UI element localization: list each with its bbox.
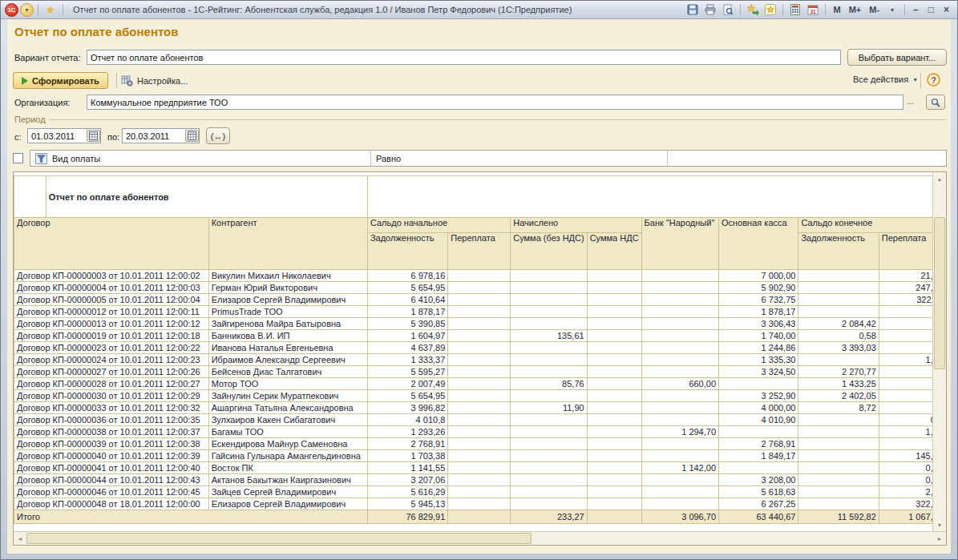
cell[interactable] — [587, 474, 641, 486]
cell[interactable] — [511, 498, 587, 510]
cell[interactable]: PrimusTrade ТОО — [208, 306, 367, 318]
cell[interactable] — [641, 354, 718, 366]
cell[interactable]: 3 207,06 — [367, 474, 447, 486]
col-header-kassa[interactable]: Основная касса — [719, 218, 798, 270]
minimize-button[interactable]: – — [909, 4, 923, 15]
cell[interactable]: Договор КП-00000003 от 10.01.2011 12:00:… — [14, 270, 209, 282]
period-from-calendar-button[interactable] — [87, 130, 100, 142]
cell[interactable] — [448, 462, 511, 474]
cell[interactable] — [798, 474, 879, 486]
cell[interactable] — [448, 414, 511, 426]
cell[interactable] — [798, 462, 879, 474]
cell[interactable] — [448, 378, 511, 390]
generate-button[interactable]: Сформировать — [13, 72, 108, 89]
cell[interactable]: Договор КП-00000033 от 10.01.2011 12:00:… — [14, 402, 209, 414]
col-header-saldo-end[interactable]: Сальдо конечное — [798, 218, 946, 233]
cell[interactable] — [511, 306, 587, 318]
empty-cell[interactable] — [367, 176, 945, 218]
cell[interactable]: Герман Юрий Викторович — [208, 282, 367, 294]
cell[interactable] — [587, 366, 641, 378]
cell[interactable] — [641, 330, 718, 342]
col-header-debt-end[interactable]: Задолженность — [798, 233, 879, 270]
cell[interactable]: 2 768,91 — [719, 438, 798, 450]
cell[interactable] — [641, 414, 718, 426]
cell[interactable]: 1 244,86 — [719, 342, 798, 354]
cell[interactable]: 3 324,50 — [719, 366, 798, 378]
cell[interactable] — [641, 282, 718, 294]
cell[interactable]: Зайцев Сергей Владимирович — [208, 486, 367, 498]
cell[interactable] — [511, 450, 587, 462]
col-header-bank[interactable]: Банк "Народный" — [641, 218, 718, 270]
calendar-button[interactable]: 31 — [805, 2, 821, 17]
cell[interactable]: 5 595,27 — [367, 366, 447, 378]
cell[interactable] — [798, 354, 879, 366]
cell[interactable]: Договор КП-00000027 от 10.01.2011 12:00:… — [14, 366, 209, 378]
cell[interactable]: 1 604,97 — [367, 330, 447, 342]
cell[interactable]: Договор КП-00000044 от 10.01.2011 12:00:… — [14, 474, 209, 486]
total-cell[interactable] — [448, 510, 511, 524]
cell[interactable] — [587, 270, 641, 282]
cell[interactable] — [587, 354, 641, 366]
choose-ellipsis-button[interactable]: ... — [907, 96, 914, 106]
cell[interactable] — [798, 414, 879, 426]
cell[interactable]: Договор КП-00000004 от 10.01.2011 12:00:… — [14, 282, 209, 294]
cell[interactable]: Зайгиренова Майра Батыровна — [208, 318, 367, 330]
total-cell[interactable]: 233,27 — [511, 510, 587, 524]
cell[interactable]: 2 768,91 — [367, 438, 447, 450]
cell[interactable] — [448, 390, 511, 402]
cell[interactable]: 1 878,17 — [719, 306, 798, 318]
cell[interactable] — [798, 438, 879, 450]
maximize-button[interactable]: □ — [924, 4, 938, 15]
cell[interactable]: Бейсенов Диас Талгатович — [208, 366, 367, 378]
help-button[interactable]: ? — [927, 73, 940, 87]
cell[interactable]: 2 084,42 — [798, 318, 879, 330]
cell[interactable]: 5 618,63 — [719, 486, 798, 498]
cell[interactable] — [448, 486, 511, 498]
memory-m-button[interactable]: M — [830, 5, 843, 14]
cell[interactable]: 0,58 — [798, 330, 879, 342]
cell[interactable] — [511, 270, 587, 282]
cell[interactable] — [511, 414, 587, 426]
col-header-dogovor[interactable]: Договор — [14, 218, 209, 270]
cell[interactable]: Договор КП-00000041 от 10.01.2011 12:00:… — [14, 462, 209, 474]
cell[interactable]: 135,61 — [511, 330, 587, 342]
cell[interactable]: 5 390,85 — [367, 318, 447, 330]
cell[interactable]: 6 267,25 — [719, 498, 798, 510]
cell[interactable]: Мотор ТОО — [208, 378, 367, 390]
cell[interactable] — [587, 342, 641, 354]
cell[interactable]: Договор КП-00000040 от 10.01.2011 12:00:… — [14, 450, 209, 462]
cell[interactable] — [587, 438, 641, 450]
cell[interactable] — [448, 402, 511, 414]
cell[interactable]: 11,90 — [511, 402, 587, 414]
close-button[interactable]: × — [940, 4, 953, 15]
print-button[interactable] — [702, 2, 718, 17]
choose-period-button[interactable]: (↔) — [206, 127, 230, 144]
cell[interactable] — [511, 438, 587, 450]
cell[interactable] — [448, 318, 511, 330]
cell[interactable]: Гайсина Гульнара Амангельдиновна — [208, 450, 367, 462]
scroll-left-button[interactable]: ◄ — [14, 532, 26, 545]
vertical-scroll-thumb[interactable] — [934, 217, 945, 369]
cell[interactable]: 5 654,95 — [367, 390, 447, 402]
total-cell[interactable]: 3 096,70 — [641, 510, 718, 524]
cell[interactable]: Елизаров Сергей Владимирович — [208, 294, 367, 306]
toolbar-more-button[interactable]: ▼ — [884, 2, 900, 17]
save-button[interactable] — [685, 2, 701, 17]
cell[interactable] — [511, 294, 587, 306]
cell[interactable]: Договор КП-00000019 от 10.01.2011 12:00:… — [14, 330, 209, 342]
cell[interactable] — [641, 438, 718, 450]
spacer-cell[interactable] — [14, 176, 46, 218]
cell[interactable]: 1 703,38 — [367, 450, 447, 462]
scroll-down-button[interactable]: ▼ — [933, 518, 946, 531]
cell[interactable]: 3 996,82 — [367, 402, 447, 414]
cell[interactable] — [587, 294, 641, 306]
col-header-sum-no-vat[interactable]: Сумма (без НДС) — [511, 233, 587, 270]
filter-checkbox[interactable] — [13, 153, 23, 163]
cell[interactable] — [798, 498, 879, 510]
cell[interactable]: 1 141,55 — [367, 462, 447, 474]
cell[interactable] — [641, 450, 718, 462]
cell[interactable]: 5 616,29 — [367, 486, 447, 498]
cell[interactable]: 6 410,64 — [367, 294, 447, 306]
cell[interactable]: Договор КП-00000024 от 10.01.2011 12:00:… — [14, 354, 209, 366]
cell[interactable]: 1 878,17 — [367, 306, 447, 318]
